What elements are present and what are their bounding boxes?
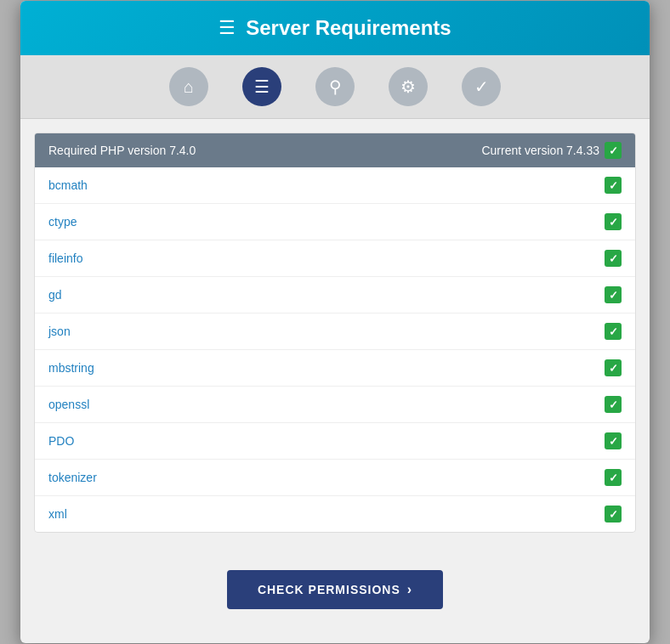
requirement-name: json: [48, 325, 71, 338]
requirements-list: bcmath ✓ ctype ✓ fileinfo ✓ gd ✓ json ✓ …: [35, 167, 635, 532]
check-permissions-button[interactable]: CHECK PERMISSIONS ›: [227, 570, 443, 609]
table-row: tokenizer ✓: [35, 460, 635, 496]
php-current-label: Current version 7.4.33: [481, 144, 599, 157]
modal-header: ☰ Server Requirements: [20, 1, 650, 55]
table-row: gd ✓: [35, 277, 635, 314]
button-wrapper: CHECK PERMISSIONS ›: [20, 546, 650, 643]
table-row: mbstring ✓: [35, 350, 635, 387]
status-check-icon: ✓: [605, 396, 622, 413]
step-gear[interactable]: ⚙: [389, 67, 428, 106]
table-row: PDO ✓: [35, 423, 635, 460]
table-row: fileinfo ✓: [35, 240, 635, 277]
chevron-right-icon: ›: [407, 582, 412, 597]
requirement-name: tokenizer: [48, 471, 97, 484]
modal-container: ☰ Server Requirements ⌂ ☰ ⚲ ⚙ ✓ Required…: [20, 1, 650, 643]
steps-bar: ⌂ ☰ ⚲ ⚙ ✓: [20, 55, 650, 119]
requirements-table: Required PHP version 7.4.0 Current versi…: [34, 133, 636, 533]
status-check-icon: ✓: [605, 286, 622, 303]
requirement-name: ctype: [48, 215, 77, 229]
table-row: openssl ✓: [35, 387, 635, 423]
status-check-icon: ✓: [605, 469, 622, 486]
php-check-icon: ✓: [605, 142, 622, 159]
table-row: ctype ✓: [35, 204, 635, 240]
table-row: xml ✓: [35, 496, 635, 532]
modal-title: Server Requirements: [246, 16, 451, 40]
table-row: json ✓: [35, 314, 635, 350]
status-check-icon: ✓: [605, 506, 622, 523]
status-check-icon: ✓: [605, 323, 622, 340]
step-check[interactable]: ✓: [462, 67, 501, 106]
status-check-icon: ✓: [605, 250, 622, 267]
step-home[interactable]: ⌂: [169, 67, 208, 106]
status-check-icon: ✓: [605, 213, 622, 230]
requirement-name: xml: [48, 507, 67, 521]
requirement-name: PDO: [48, 434, 74, 448]
status-check-icon: ✓: [605, 432, 622, 449]
status-check-icon: ✓: [605, 177, 622, 194]
php-version-header: Required PHP version 7.4.0 Current versi…: [35, 133, 635, 167]
check-permissions-label: CHECK PERMISSIONS: [258, 583, 400, 596]
php-required-label: Required PHP version 7.4.0: [48, 144, 196, 157]
header-list-icon: ☰: [219, 17, 236, 39]
table-row: bcmath ✓: [35, 167, 635, 204]
step-search[interactable]: ⚲: [315, 67, 355, 106]
requirement-name: fileinfo: [48, 251, 82, 265]
requirement-name: mbstring: [48, 361, 94, 375]
requirement-name: bcmath: [48, 178, 88, 192]
php-current-version: Current version 7.4.33 ✓: [481, 142, 622, 159]
step-list[interactable]: ☰: [242, 67, 281, 106]
requirement-name: openssl: [48, 398, 89, 411]
status-check-icon: ✓: [605, 359, 622, 376]
requirement-name: gd: [48, 288, 62, 302]
